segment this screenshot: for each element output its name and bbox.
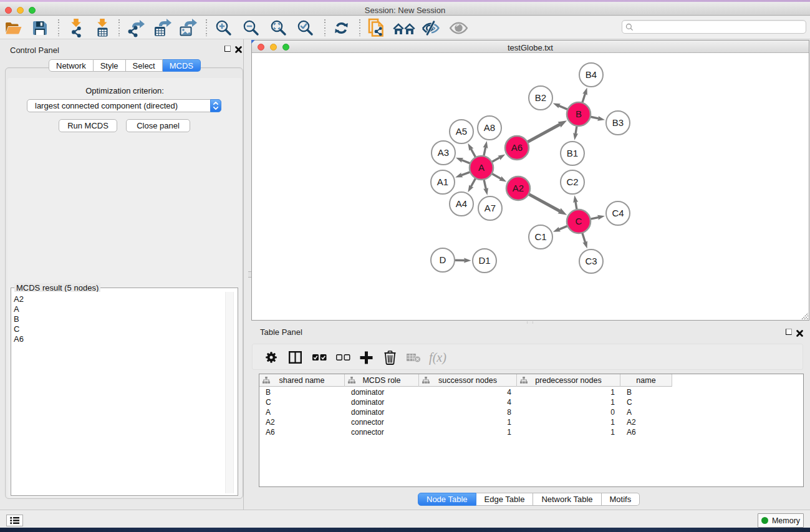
save-session-button[interactable] bbox=[30, 16, 50, 39]
column-visibility-button[interactable] bbox=[287, 344, 302, 370]
hide-selected-button[interactable] bbox=[421, 16, 441, 39]
tab-select[interactable]: Select bbox=[126, 59, 163, 72]
hierarchy-icon bbox=[263, 377, 270, 384]
tab-motifs[interactable]: Motifs bbox=[602, 493, 640, 506]
export-table-button[interactable] bbox=[152, 16, 173, 39]
column-header-name[interactable]: name bbox=[620, 374, 672, 387]
graph-edge[interactable] bbox=[582, 233, 586, 243]
graph-edge[interactable] bbox=[559, 226, 567, 230]
task-history-button[interactable] bbox=[6, 515, 23, 526]
column-header-predecessor-nodes[interactable]: predecessor nodes bbox=[517, 374, 620, 387]
export-network-button[interactable] bbox=[127, 16, 148, 39]
table-row[interactable]: A2connector11A2 bbox=[259, 417, 672, 427]
tab-network[interactable]: Network bbox=[49, 59, 94, 72]
run-mcds-button[interactable]: Run MCDS bbox=[59, 119, 117, 132]
graph-edge[interactable] bbox=[492, 174, 501, 179]
table-row[interactable]: A6connector11A6 bbox=[259, 427, 672, 437]
export-image-button[interactable] bbox=[178, 16, 199, 39]
apply-layout-button[interactable] bbox=[332, 16, 350, 39]
table-cell: A bbox=[620, 407, 672, 417]
hierarchy-icon bbox=[348, 377, 355, 384]
zoom-in-button[interactable] bbox=[215, 16, 232, 39]
zoom-selected-button[interactable] bbox=[296, 16, 314, 39]
graph-edge-arrowhead bbox=[464, 258, 471, 263]
show-selected-button[interactable] bbox=[448, 16, 468, 39]
delete-column-button[interactable] bbox=[382, 344, 398, 370]
fx-label: f(x) bbox=[429, 351, 446, 365]
graph-edge[interactable] bbox=[591, 217, 599, 219]
tab-style[interactable]: Style bbox=[94, 59, 126, 72]
graph-edge[interactable] bbox=[576, 126, 577, 134]
unselect-all-checkboxes-button[interactable] bbox=[335, 344, 351, 370]
mcds-result-item[interactable]: B bbox=[12, 314, 225, 324]
table-panel-tabs: Node TableEdge TableNetwork TableMotifs bbox=[418, 493, 640, 506]
table-cell: 1 bbox=[419, 427, 517, 437]
select-all-checkboxes-button[interactable] bbox=[311, 344, 327, 370]
show-all-networks-button[interactable] bbox=[392, 16, 416, 39]
toolbar-separator bbox=[359, 19, 360, 36]
mcds-result-group: MCDS result (5 nodes) A2ABCA6 bbox=[11, 283, 238, 496]
table-cell: B bbox=[259, 387, 345, 397]
close-panel-button[interactable]: Close panel bbox=[126, 119, 190, 132]
network-canvas[interactable]: B4B2BB3A5A8A6B1A3AA1C2A2A4A7C4CC1C3DD1 bbox=[252, 53, 809, 319]
close-panel-icon[interactable] bbox=[796, 329, 803, 339]
graph-edge[interactable] bbox=[484, 147, 486, 156]
table-row[interactable]: Adominator80A bbox=[259, 407, 672, 417]
graph-edge[interactable] bbox=[591, 117, 599, 118]
close-panel-icon[interactable] bbox=[235, 46, 242, 55]
zoom-out-button[interactable] bbox=[242, 16, 259, 39]
graph-node-label: C1 bbox=[534, 231, 546, 242]
network-frame-titlebar[interactable]: testGlobe.txt bbox=[252, 41, 809, 53]
graph-node-label: C2 bbox=[566, 177, 578, 187]
optimization-criterion-dropdown[interactable]: largest connected component (directed) bbox=[27, 99, 221, 112]
graph-edge[interactable] bbox=[461, 160, 470, 163]
graph-edge[interactable] bbox=[576, 201, 577, 210]
network-frame[interactable]: testGlobe.txt B4B2BB3A5A8A6B1A3AA1C2A2A4… bbox=[251, 40, 809, 321]
graph-edge[interactable] bbox=[471, 178, 475, 186]
float-panel-icon[interactable] bbox=[786, 329, 792, 335]
add-column-button[interactable] bbox=[358, 344, 374, 370]
tab-network-table[interactable]: Network Table bbox=[533, 493, 601, 506]
control-panel: Control Panel Optimization criterion: la… bbox=[0, 39, 244, 510]
mcds-result-scrollbar[interactable] bbox=[225, 292, 234, 493]
tab-node-table[interactable]: Node Table bbox=[418, 493, 476, 506]
column-header-successor-nodes[interactable]: successor nodes bbox=[419, 374, 517, 387]
mcds-result-list[interactable]: A2ABCA6 bbox=[12, 292, 225, 495]
table-options-button[interactable] bbox=[264, 344, 279, 370]
function-builder-button[interactable]: f(x) bbox=[428, 344, 448, 370]
graph-node-label: B1 bbox=[567, 148, 578, 158]
mcds-result-item[interactable]: A6 bbox=[12, 334, 225, 344]
import-network-button[interactable] bbox=[66, 16, 86, 39]
mcds-result-item[interactable]: A2 bbox=[12, 294, 225, 304]
graph-edge[interactable] bbox=[559, 105, 567, 109]
mcds-result-item[interactable]: A bbox=[12, 304, 225, 314]
graph-edge[interactable] bbox=[492, 157, 500, 162]
export-network-icon bbox=[128, 19, 147, 37]
delete-table-button[interactable] bbox=[405, 344, 422, 370]
search-field[interactable] bbox=[622, 20, 806, 34]
resize-grip-icon[interactable] bbox=[801, 312, 808, 319]
graph-edge[interactable] bbox=[461, 172, 470, 175]
tab-mcds[interactable]: MCDS bbox=[163, 59, 201, 72]
network-overview-button[interactable] bbox=[366, 16, 387, 39]
table-row[interactable]: Bdominator41B bbox=[259, 387, 672, 397]
graph-edge[interactable] bbox=[582, 94, 586, 102]
float-panel-icon[interactable] bbox=[224, 46, 231, 52]
column-header-shared-name[interactable]: shared name bbox=[259, 374, 345, 387]
control-panel-body: Optimization criterion: largest connecte… bbox=[5, 67, 243, 499]
mcds-result-item[interactable]: C bbox=[12, 324, 225, 334]
zoom-fit-button[interactable] bbox=[269, 16, 287, 39]
graph-edge[interactable] bbox=[529, 194, 560, 211]
tab-edge-table[interactable]: Edge Table bbox=[476, 493, 534, 506]
column-header-MCDS-role[interactable]: MCDS role bbox=[345, 374, 419, 387]
zoom-in-icon bbox=[215, 19, 232, 36]
memory-button[interactable]: Memory bbox=[758, 513, 804, 528]
import-table-button[interactable] bbox=[92, 16, 112, 39]
graph-edge[interactable] bbox=[528, 124, 560, 142]
open-session-button[interactable] bbox=[2, 16, 25, 39]
graph-edge[interactable] bbox=[471, 148, 475, 157]
graph-edge[interactable] bbox=[484, 180, 486, 189]
memory-status-icon bbox=[761, 517, 768, 524]
table-row[interactable]: Cdominator41C bbox=[259, 397, 672, 407]
table-cell: connector bbox=[345, 427, 419, 437]
